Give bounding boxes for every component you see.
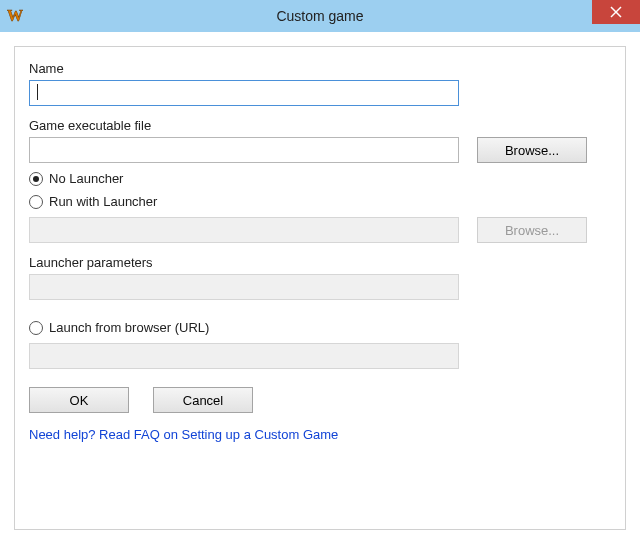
close-icon (610, 6, 622, 18)
content-area: Name Game executable file Browse... No L… (0, 32, 640, 530)
ok-button[interactable]: OK (29, 387, 129, 413)
run-with-launcher-radio[interactable]: Run with Launcher (29, 194, 611, 209)
cancel-button[interactable]: Cancel (153, 387, 253, 413)
browse-launcher-button: Browse... (477, 217, 587, 243)
launcher-params-input (29, 274, 459, 300)
no-launcher-radio[interactable]: No Launcher (29, 171, 611, 186)
name-input[interactable] (29, 80, 459, 106)
browser-url-input (29, 343, 459, 369)
executable-label: Game executable file (29, 118, 611, 133)
app-icon: W (6, 7, 24, 25)
no-launcher-label: No Launcher (49, 171, 123, 186)
launcher-path-input (29, 217, 459, 243)
radio-icon (29, 321, 43, 335)
help-link[interactable]: Need help? Read FAQ on Setting up a Cust… (29, 427, 338, 442)
svg-text:W: W (7, 8, 23, 24)
launch-browser-label: Launch from browser (URL) (49, 320, 209, 335)
radio-icon (29, 195, 43, 209)
launcher-params-label: Launcher parameters (29, 255, 611, 270)
run-launcher-label: Run with Launcher (49, 194, 157, 209)
launch-from-browser-radio[interactable]: Launch from browser (URL) (29, 320, 611, 335)
executable-input[interactable] (29, 137, 459, 163)
name-label: Name (29, 61, 611, 76)
form-panel: Name Game executable file Browse... No L… (14, 46, 626, 530)
titlebar: W Custom game (0, 0, 640, 32)
window-title: Custom game (0, 8, 640, 24)
browse-executable-button[interactable]: Browse... (477, 137, 587, 163)
close-button[interactable] (592, 0, 640, 24)
radio-icon-selected (29, 172, 43, 186)
